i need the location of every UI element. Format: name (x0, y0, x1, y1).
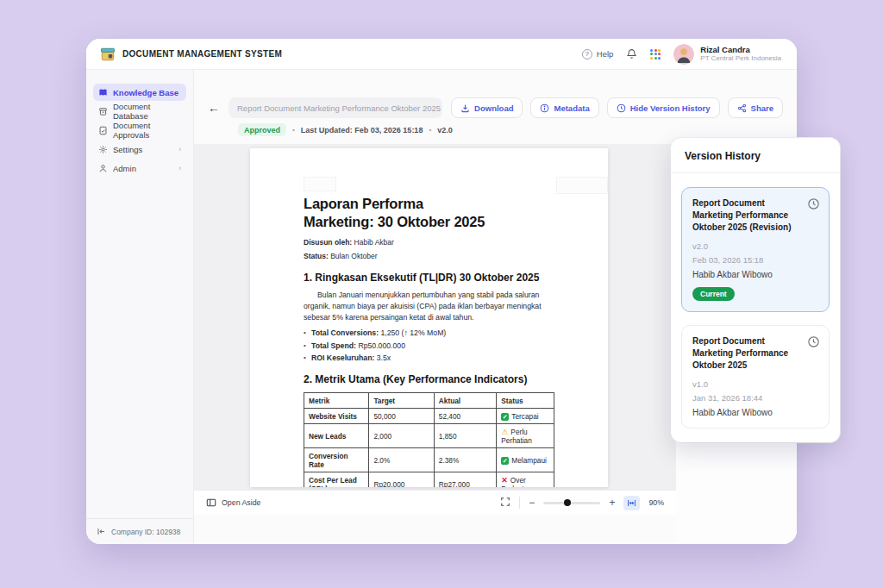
bullet-item: ROI Keseluruhan: 3.5x (304, 353, 554, 362)
open-aside-label: Open Aside (222, 498, 260, 507)
open-aside-button[interactable]: Open Aside (206, 497, 260, 508)
version-date: Feb 03, 2026 15:18 (692, 255, 818, 265)
top-header: DOCUMENT MANAGEMENT SYSTEM ? Help (86, 39, 797, 70)
version-text: v2.0 (437, 126, 453, 134)
document-check-icon (98, 126, 108, 135)
document-title-field[interactable]: Report Document Marketing Performance Ok… (229, 97, 442, 118)
chevron-right-icon: › (178, 145, 181, 153)
collapse-sidebar-icon (97, 527, 106, 536)
apps-grid-icon[interactable] (650, 49, 661, 59)
avatar (673, 44, 694, 65)
share-button[interactable]: Share (728, 97, 783, 118)
version-number: v1.0 (692, 379, 818, 389)
col-header: Status (497, 393, 554, 409)
archive-icon (98, 107, 108, 116)
clock-icon (807, 197, 820, 214)
zoom-slider[interactable] (543, 499, 600, 506)
info-icon (540, 103, 549, 113)
sidebar: Knowledge Base Document Database Documen… (86, 70, 194, 544)
app-window: DOCUMENT MANAGEMENT SYSTEM ? Help (86, 39, 797, 544)
version-card-current[interactable]: Report Document Marketing Performance Ok… (681, 187, 830, 312)
sidebar-item-knowledge-base[interactable]: Knowledge Base (93, 84, 186, 101)
notifications-bell-icon[interactable] (626, 48, 637, 59)
bullet-item: Total Spend: Rp50.000.000 (304, 341, 554, 350)
metadata-button[interactable]: Metadata (530, 97, 598, 118)
col-header: Aktual (434, 393, 497, 409)
sidebar-item-document-approvals[interactable]: Document Approvals (93, 122, 186, 139)
share-label: Share (751, 103, 773, 113)
sidebar-item-label: Settings (113, 145, 142, 154)
sidebar-item-label: Document Database (113, 102, 181, 121)
help-label: Help (597, 49, 614, 59)
table-row: Conversion Rate 2.0% 2.38% ✓Melampaui (304, 448, 554, 472)
user-menu[interactable]: Rizal Candra PT Central Perk Indonesia (673, 44, 781, 65)
version-number: v2.0 (692, 241, 818, 251)
section-2-heading: 2. Metrik Utama (Key Performance Indicat… (304, 373, 554, 385)
version-title: Report Document Marketing Performance Ok… (692, 197, 818, 234)
app-logo-icon (100, 47, 116, 62)
status-success-icon: ✓ (501, 413, 509, 421)
section-1-heading: 1. Ringkasan Eksekutif (TL|DR) 30 Oktobe… (304, 272, 554, 284)
fit-width-button[interactable] (623, 496, 640, 510)
document-heading: Laporan Performa Marketing: 30 Oktober 2… (304, 148, 554, 230)
doc-meta-author: Disusun oleh: Habib Akbar (304, 238, 554, 247)
app-title: DOCUMENT MANAGEMENT SYSTEM (122, 49, 282, 59)
zoom-out-button[interactable]: − (529, 497, 535, 508)
admin-icon (98, 164, 108, 173)
bullet-item: Total Conversions: 1,250 (↑ 12% MoM) (304, 328, 554, 337)
col-header: Metrik (304, 393, 369, 409)
panel-icon (206, 497, 216, 508)
version-card[interactable]: Report Document Marketing Performance Ok… (681, 325, 830, 428)
user-org: PT Central Perk Indonesia (700, 54, 781, 63)
zoom-slider-thumb[interactable] (564, 499, 571, 506)
section-1-paragraph: Bulan Januari menunjukkan pertumbuhan ya… (304, 290, 554, 323)
last-updated-text: Last Updated: Feb 03, 2026 15:18 (301, 126, 423, 134)
sidebar-item-settings[interactable]: Settings › (93, 141, 186, 158)
back-button[interactable]: ← (208, 102, 220, 114)
version-title: Report Document Marketing Performance Ok… (692, 335, 818, 372)
version-author: Habib Akbar Wibowo (692, 270, 818, 279)
sidebar-item-document-database[interactable]: Document Database (93, 103, 186, 120)
sidebar-item-label: Document Approvals (113, 121, 181, 140)
col-header: Target (369, 393, 434, 409)
table-row: Website Visits 50,000 52,400 ✓Tercapai (304, 409, 554, 424)
zoom-in-button[interactable]: + (609, 497, 615, 508)
sidebar-item-label: Admin (113, 164, 136, 173)
company-id-label: Company ID: 102938 (111, 528, 180, 536)
hide-version-history-button[interactable]: Hide Version History (607, 97, 720, 118)
help-button[interactable]: ? Help (582, 49, 614, 59)
viewer-bottom-bar: Open Aside − + 90% (194, 490, 676, 515)
chevron-right-icon: › (178, 164, 181, 172)
table-header-row: Metrik Target Aktual Status (304, 393, 554, 409)
status-warning-icon: ⚠ (501, 428, 508, 436)
current-badge: Current (692, 287, 735, 301)
separator-dot: • (429, 126, 431, 134)
separator-dot: • (292, 126, 295, 134)
clock-icon (807, 335, 820, 352)
book-icon (98, 88, 108, 97)
version-history-panel: Version History Report Document Marketin… (671, 138, 840, 442)
version-history-title: Version History (671, 138, 840, 173)
status-badge: Approved (238, 123, 286, 136)
section-1-bullets: Total Conversions: 1,250 (↑ 12% MoM) Tot… (304, 328, 554, 362)
zoom-level: 90% (648, 498, 664, 507)
company-id-footer[interactable]: Company ID: 102938 (86, 518, 193, 544)
document-toolbar: ← Report Document Marketing Performance … (208, 97, 783, 118)
download-button[interactable]: Download (451, 97, 523, 118)
table-row: New Leads 2,000 1,850 ⚠Perlu Perhatian (304, 424, 554, 448)
table-row: Cost Per Lead (CPL) Rp20.000 Rp27.000 ✕O… (304, 472, 554, 487)
status-error-icon: ✕ (501, 476, 508, 485)
version-date: Jan 31, 2026 18:44 (692, 393, 818, 403)
help-icon: ? (582, 49, 592, 59)
divider (519, 497, 520, 509)
hide-version-history-label: Hide Version History (630, 103, 711, 113)
metadata-label: Metadata (554, 103, 589, 113)
fullscreen-icon[interactable] (500, 497, 510, 509)
gear-icon (98, 145, 108, 154)
download-icon (460, 103, 470, 113)
document-status-row: Approved • Last Updated: Feb 03, 2026 15… (238, 123, 453, 136)
sidebar-item-admin[interactable]: Admin › (93, 160, 186, 177)
status-success-icon: ✓ (501, 457, 509, 465)
version-author: Habib Akbar Wibowo (692, 408, 818, 417)
document-viewer[interactable]: Laporan Performa Marketing: 30 Oktober 2… (194, 144, 676, 490)
